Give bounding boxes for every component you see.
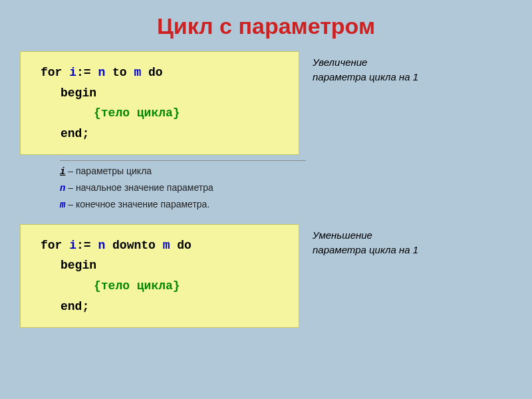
var-i-2: i — [69, 239, 76, 252]
var-m-2: m — [163, 239, 178, 252]
code-line3-2: {тело цикла} — [41, 276, 283, 297]
legend-separator — [60, 160, 306, 161]
kw-do-1: do — [148, 66, 163, 79]
legend-m: m – конечное значение параметра. — [60, 197, 512, 213]
content-area: for i:= n to m do begin {тело цикла} end… — [20, 51, 512, 332]
code-line3-1: {тело цикла} — [41, 103, 283, 124]
legend-n-desc: – начальное значение параметра — [65, 182, 213, 193]
page: Цикл с параметром for i:= n to m do begi… — [0, 0, 532, 399]
side-note-2: Уменьшение параметра цикла на 1 — [313, 224, 419, 257]
legend-m-desc: – конечное значение параметра. — [65, 199, 209, 209]
legend-i: i – параметры цикла — [60, 164, 512, 180]
comment-2: {тело цикла} — [94, 279, 180, 293]
kw-begin-1: begin — [61, 86, 96, 100]
code-line2-2: begin — [41, 255, 283, 276]
kw-do-2: do — [177, 239, 192, 252]
var-n-2: n — [98, 239, 112, 252]
legend-area: i – параметры цикла n – начальное значен… — [60, 164, 512, 213]
kw-for-2: for — [41, 239, 69, 252]
kw-end-1: end; — [61, 127, 89, 140]
page-title: Цикл с параметром — [20, 13, 512, 39]
var-n-1: n — [98, 66, 112, 79]
code-line4-1: end; — [41, 124, 283, 144]
comment-1: {тело цикла} — [94, 106, 180, 120]
block2-row: for i:= n downto m do begin {тело цикла}… — [20, 224, 512, 328]
block1-row: for i:= n to m do begin {тело цикла} end… — [20, 51, 512, 155]
kw-assign-1: := — [76, 66, 98, 79]
kw-to-1: to — [112, 66, 134, 79]
legend-n: n – начальное значение параметра — [60, 180, 512, 197]
var-i-1: i — [69, 66, 76, 79]
legend-i-desc: – параметры цикла — [65, 166, 152, 176]
code-line2-1: begin — [41, 83, 283, 104]
kw-begin-2: begin — [61, 259, 96, 272]
var-m-1: m — [134, 66, 148, 79]
kw-assign-2: := — [76, 239, 98, 252]
code-box-1: for i:= n to m do begin {тело цикла} end… — [20, 51, 299, 155]
kw-end-2: end; — [61, 300, 89, 313]
kw-for-1: for — [41, 66, 69, 79]
code-line1-2: for i:= n downto m do — [41, 235, 283, 256]
code-box-2: for i:= n downto m do begin {тело цикла}… — [20, 224, 299, 328]
code-line4-2: end; — [41, 297, 283, 317]
code-line1-1: for i:= n to m do — [41, 63, 283, 83]
kw-downto-2: downto — [112, 239, 163, 252]
side-note-1: Увеличение параметра цикла на 1 — [313, 51, 419, 84]
